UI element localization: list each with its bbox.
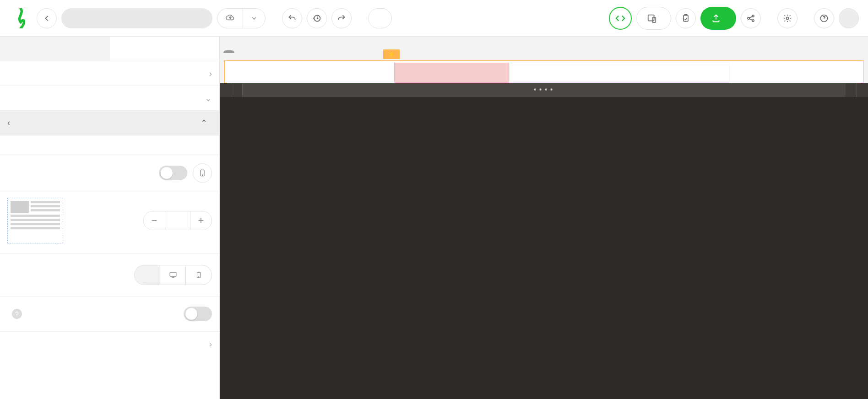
message-title-input[interactable] [61, 8, 212, 28]
mobile-padding-button[interactable] [193, 163, 212, 183]
selected-block-preview[interactable] [394, 63, 509, 83]
hide-mobile-button[interactable] [186, 265, 212, 285]
history-button[interactable] [307, 8, 327, 28]
hide-element-row [0, 254, 219, 297]
tab-appearance[interactable] [0, 37, 110, 61]
user-avatar[interactable] [839, 8, 859, 28]
svg-point-13 [198, 277, 199, 277]
to-container-link[interactable]: ⌃ [201, 118, 212, 128]
line-gutter [220, 97, 245, 399]
svg-rect-3 [684, 15, 688, 21]
padding-decrease-button[interactable]: − [144, 211, 165, 230]
chevron-left-icon: ‹ [7, 118, 10, 128]
hide-element-segments [134, 265, 212, 285]
language-button[interactable] [368, 8, 392, 28]
undo-button[interactable] [282, 8, 302, 28]
padding-increase-button[interactable]: + [190, 211, 212, 230]
chevron-up-icon: ⌃ [201, 118, 207, 128]
font-decrease-button[interactable] [231, 83, 243, 97]
modules-section[interactable]: › [0, 331, 219, 356]
chevron-right-icon: › [209, 339, 212, 349]
svg-rect-11 [170, 272, 176, 276]
anchor-note [0, 325, 219, 331]
main-area: › ⌄ ‹ ⌃ [0, 37, 868, 399]
svg-point-7 [787, 17, 789, 19]
code-view-button[interactable] [609, 7, 632, 30]
blocks-section[interactable]: ⌄ [0, 86, 219, 111]
hide-no-button[interactable] [135, 265, 160, 285]
font-increase-button[interactable] [220, 83, 231, 97]
sidebar-tabs [0, 37, 219, 61]
save-group [217, 8, 266, 28]
padding-value-input[interactable] [165, 211, 190, 230]
anchor-toggle[interactable] [184, 307, 212, 321]
canvas-frame[interactable] [224, 60, 863, 83]
adjacent-block-preview[interactable] [510, 63, 729, 83]
code-editor: •••• [220, 83, 868, 399]
chevron-down-icon: ⌄ [205, 93, 212, 103]
clipboard-button[interactable] [676, 8, 696, 28]
redo-button[interactable] [331, 8, 352, 28]
canvas-area: •••• [220, 37, 868, 399]
preview-button[interactable] [636, 7, 671, 30]
save-dropdown-button[interactable] [243, 8, 265, 28]
back-link[interactable]: ‹ [7, 118, 15, 128]
padding-stepper: − + [143, 211, 212, 230]
top-toolbar [0, 0, 868, 37]
chevron-right-icon: › [209, 69, 212, 79]
help-icon[interactable]: ? [12, 309, 22, 319]
editor-export-button[interactable] [846, 83, 857, 97]
export-button[interactable] [700, 7, 736, 30]
stripe-tag [223, 50, 234, 53]
html-experts-info [0, 135, 219, 155]
share-button[interactable] [741, 8, 761, 28]
editor-drag-handle[interactable]: •••• [533, 86, 555, 94]
app-logo [9, 8, 32, 28]
cloud-save-button[interactable] [217, 8, 243, 28]
hide-desktop-button[interactable] [160, 265, 186, 285]
padding-body: − + [0, 191, 219, 254]
layout-thumbnail [7, 198, 63, 243]
html-block-tag [383, 49, 400, 59]
tab-content[interactable] [110, 37, 220, 61]
breadcrumb-row: ‹ ⌃ [0, 111, 219, 135]
structures-section[interactable]: › [0, 61, 219, 86]
sidebar: › ⌄ ‹ ⌃ [0, 37, 220, 399]
padding-more-toggle[interactable] [159, 166, 187, 180]
code-area[interactable] [245, 97, 868, 399]
editor-css-button[interactable] [857, 83, 868, 97]
anchor-row: ? [0, 297, 219, 325]
settings-button[interactable] [777, 8, 797, 28]
svg-point-10 [202, 175, 202, 175]
back-button[interactable] [37, 8, 57, 28]
editor-toolbar: •••• [220, 83, 868, 97]
help-button[interactable] [814, 8, 834, 28]
padding-header-row [0, 155, 219, 191]
